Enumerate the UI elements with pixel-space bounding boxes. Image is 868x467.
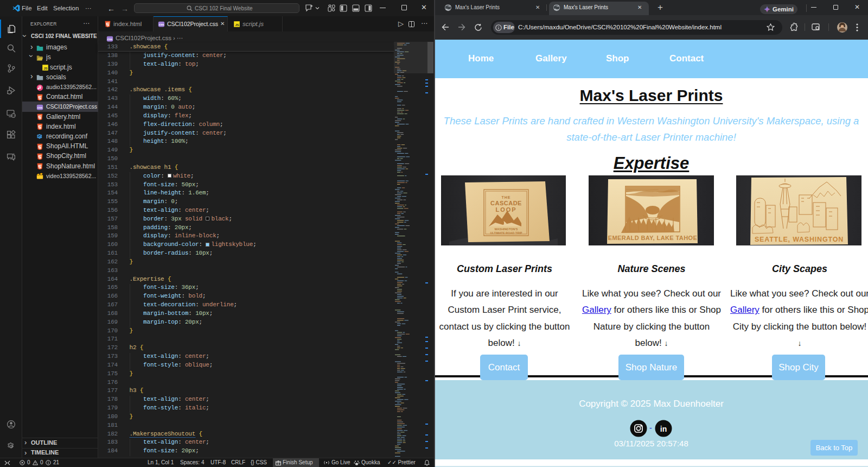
svg-text:JS: JS (43, 66, 47, 70)
svg-text:ULTIMATE ROAD TRIP: ULTIMATE ROAD TRIP (490, 231, 522, 235)
svg-text:in: in (660, 425, 667, 433)
svg-text:LOOP: LOOP (495, 206, 516, 213)
svg-text:SEATTLE, WASHINGTON: SEATTLE, WASHINGTON (755, 236, 844, 243)
svg-text:css: css (37, 106, 42, 109)
svg-text:css: css (107, 37, 112, 41)
svg-text:CASCADE: CASCADE (490, 200, 522, 206)
svg-text:THE: THE (502, 195, 511, 199)
svg-text:WASHINGTON'S: WASHINGTON'S (495, 228, 518, 231)
svg-text:css: css (159, 23, 164, 26)
svg-text:JS: JS (235, 23, 239, 27)
svg-text:EMERALD BAY, LAKE TAHOE: EMERALD BAY, LAKE TAHOE (608, 235, 697, 241)
